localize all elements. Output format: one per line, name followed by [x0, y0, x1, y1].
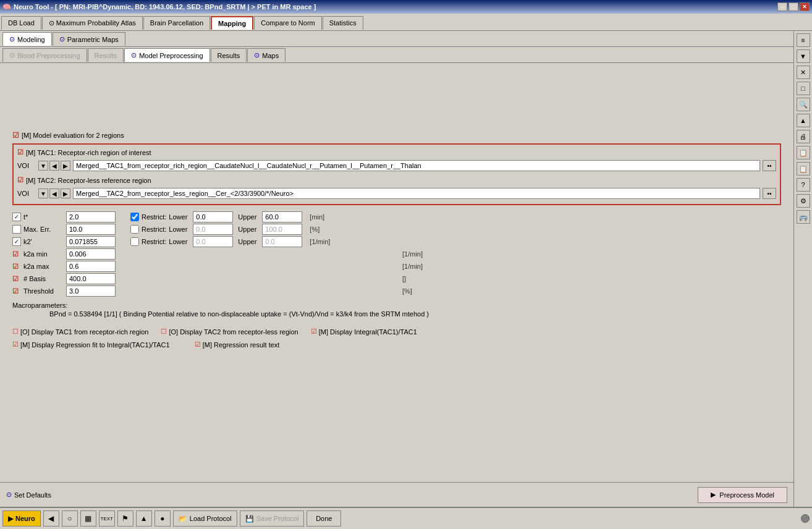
taskbar-flag-btn[interactable]: ⚑ [117, 510, 133, 527]
tac2-dropdown-btn[interactable]: ▼ [38, 188, 48, 198]
sidebar-settings-btn[interactable]: ⚙ [797, 194, 810, 208]
display-integral-item: ☑ [M] Display Integral(TAC1)/TAC1 [311, 328, 417, 336]
k2-prime-lower[interactable] [193, 236, 233, 247]
k2a-max-unit: [1/min] [402, 263, 423, 270]
taskbar-text-btn[interactable]: TEXT [99, 510, 115, 527]
tac2-voi-input[interactable] [73, 188, 760, 199]
preprocess-model-button[interactable]: ▶ Preprocess Model [698, 487, 787, 503]
t-star-upper[interactable] [262, 211, 302, 222]
blood-preprocessing-icon: ⊙ [9, 51, 15, 59]
taskbar: ▶ Neuro ◀ ○ ▦ TEXT ⚑ ▲ ● 📂 Load Protocol… [0, 507, 812, 529]
tab-results1[interactable]: Results [88, 48, 124, 62]
max-err-restrict-check[interactable] [130, 225, 139, 234]
taskbar-grid-btn[interactable]: ▦ [80, 510, 96, 527]
tac1-voi-input[interactable] [73, 160, 760, 171]
basis-label: # Basis [23, 275, 64, 282]
max-err-label: Max. Err. [23, 226, 64, 233]
tab-model-preprocessing[interactable]: ⊙ Model Preprocessing [124, 48, 209, 62]
tab-max-prob-atlas[interactable]: ⊙ Maximum Probability Atlas [42, 16, 143, 30]
taskbar-circle-btn[interactable]: ○ [62, 510, 78, 527]
sidebar-up-btn[interactable]: ▲ [797, 114, 810, 127]
right-sidebar: ≡ ▼ ✕ □ 🔍 ▲ 🖨 📋 📋 ? ⚙ 🚌 [793, 31, 812, 507]
tac1-extra-btn[interactable]: •• [763, 160, 776, 171]
tab-parametric-maps[interactable]: ⊙ Parametric Maps [53, 32, 125, 46]
close-button[interactable]: ✕ [800, 2, 810, 11]
max-err-lower[interactable] [193, 224, 233, 235]
sidebar-restore-btn[interactable]: □ [797, 82, 810, 95]
tab-compare-to-norm[interactable]: Compare to Norm [254, 16, 321, 30]
model-eval-checkbox-icon: ☑ [12, 131, 19, 140]
model-preprocessing-icon: ⊙ [131, 51, 137, 59]
param-k2a-min-row: ☑ k2a min [1/min] [12, 248, 781, 260]
k2-prime-value[interactable] [66, 236, 116, 247]
t-star-lower[interactable] [193, 211, 233, 222]
t-star-unit: [min] [310, 213, 324, 221]
display-regression-icon: ☑ [12, 341, 19, 349]
tac2-next-btn[interactable]: ▶ [61, 188, 70, 198]
t-star-label: t* [23, 213, 64, 221]
taskbar-arrow-btn[interactable]: ▲ [136, 510, 152, 527]
maps-icon: ⊙ [254, 51, 260, 59]
tac2-extra-btn[interactable]: •• [763, 188, 776, 199]
tac1-next-btn[interactable]: ▶ [61, 161, 70, 171]
k2a-min-value[interactable] [66, 248, 116, 260]
tab-db-load[interactable]: DB Load [1, 16, 41, 30]
sidebar-menu-btn[interactable]: ≡ [797, 33, 810, 47]
max-err-upper[interactable] [262, 224, 302, 235]
load-protocol-button[interactable]: 📂 Load Protocol [173, 510, 237, 527]
bottom-bar: ⊙ Set Defaults ▶ Preprocess Model [0, 482, 793, 507]
neuro-arrow-icon: ▶ [8, 515, 13, 523]
sidebar-close-btn[interactable]: ✕ [797, 66, 810, 79]
max-err-checkbox[interactable] [12, 225, 21, 234]
tac2-prev-btn[interactable]: ◀ [49, 188, 59, 198]
set-defaults-button[interactable]: ⊙ Set Defaults [6, 491, 51, 499]
tab-results2[interactable]: Results [211, 48, 247, 62]
sidebar-down-btn[interactable]: ▼ [797, 49, 810, 63]
basis-value[interactable] [66, 273, 116, 284]
tac1-prev-btn[interactable]: ◀ [49, 161, 59, 171]
t-star-checkbox[interactable]: ✓ [12, 213, 21, 221]
display-tac2-item: ☐ [O] Display TAC2 from receptor-less re… [161, 328, 298, 336]
tab-mapping[interactable]: Mapping [211, 16, 253, 30]
app-icon: 🧠 [2, 3, 11, 11]
k2a-max-value[interactable] [66, 261, 116, 272]
sidebar-print-btn[interactable]: 🖨 [797, 130, 810, 143]
tab-maps[interactable]: ⊙ Maps [247, 48, 285, 62]
t-star-value[interactable] [66, 211, 116, 222]
display-tac1-icon: ☐ [12, 328, 19, 336]
params-grid: ✓ t* Restrict: Lower Upper [min] [12, 211, 781, 297]
tab-brain-parcellation[interactable]: Brain Parcellation [143, 16, 210, 30]
tac1-voi-row: VOI ▼ ◀ ▶ •• [17, 160, 776, 171]
k2-prime-restrict-check[interactable] [130, 237, 139, 246]
display-regression-text-icon: ☑ [195, 341, 201, 349]
k2a-max-label: k2a max [23, 263, 64, 270]
done-button[interactable]: Done [307, 510, 341, 527]
minimize-button[interactable]: ─ [777, 2, 787, 11]
tab-modeling[interactable]: ⊙ Modeling [2, 32, 52, 46]
taskbar-dot-btn[interactable]: ● [154, 510, 171, 527]
tac2-header: ☑ [M] TAC2: Receptor-less reference regi… [17, 176, 776, 184]
load-icon: 📂 [179, 515, 187, 523]
tab-statistics[interactable]: Statistics [323, 16, 363, 30]
max-err-unit: [%] [310, 226, 319, 233]
tac1-dropdown-btn[interactable]: ▼ [38, 161, 48, 171]
max-err-value[interactable] [66, 224, 116, 235]
sidebar-clipboard1-btn[interactable]: 📋 [797, 146, 810, 159]
k2a-max-check-icon: ☑ [12, 263, 21, 271]
restore-button[interactable]: □ [789, 2, 798, 11]
tac1-checkbox-icon: ☑ [17, 148, 23, 156]
k2-prime-checkbox[interactable]: ✓ [12, 237, 21, 246]
sub-tabs-row1: ⊙ Modeling ⊙ Parametric Maps [0, 31, 793, 47]
k2-prime-unit: [1/min] [310, 238, 330, 245]
threshold-value[interactable] [66, 286, 116, 297]
save-protocol-button[interactable]: 💾 Save Protocol [240, 510, 304, 527]
taskbar-back-btn[interactable]: ◀ [43, 510, 59, 527]
k2-prime-upper[interactable] [262, 236, 302, 247]
neuro-button[interactable]: ▶ Neuro [2, 510, 41, 527]
tab-blood-preprocessing[interactable]: ⊙ Blood Preprocessing [2, 48, 87, 62]
sidebar-extra-btn[interactable]: 🚌 [797, 210, 810, 224]
t-star-restrict-check[interactable] [130, 213, 139, 221]
sidebar-zoom-in-btn[interactable]: 🔍 [797, 98, 810, 111]
sidebar-help-btn[interactable]: ? [797, 178, 810, 192]
sidebar-clipboard2-btn[interactable]: 📋 [797, 162, 810, 176]
